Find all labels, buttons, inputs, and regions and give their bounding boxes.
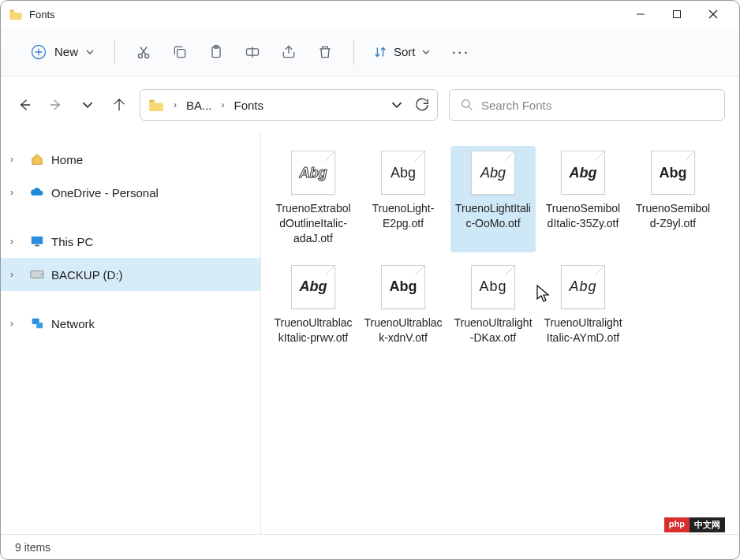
font-file-icon: Abg <box>561 265 605 309</box>
file-label: TruenoUltrablackItalic-prwv.otf <box>274 315 353 345</box>
chevron-down-icon <box>86 48 94 56</box>
font-file-icon: Abg <box>561 151 605 195</box>
file-label: TruenoUltralight-DKax.otf <box>454 315 533 345</box>
sort-button[interactable]: Sort <box>367 40 436 64</box>
window-title: Fonts <box>29 9 55 21</box>
sidebar-item-thispc[interactable]: › This PC <box>1 225 260 258</box>
sort-icon <box>373 45 387 59</box>
svg-line-17 <box>469 106 472 110</box>
font-file-icon: Abg <box>471 265 515 309</box>
thumbnail-glyph: Abg <box>292 151 334 194</box>
breadcrumb-seg[interactable]: BA... <box>186 99 212 112</box>
file-item[interactable]: AbgTruenoUltrablackItalic-prwv.otf <box>271 260 356 352</box>
file-label: TruenoUltrablack-xdnV.otf <box>364 315 443 345</box>
sidebar-item-onedrive[interactable]: › OneDrive - Personal <box>1 176 260 209</box>
sidebar-item-label: This PC <box>51 235 93 248</box>
monitor-icon <box>29 233 45 249</box>
drive-icon <box>29 267 45 282</box>
chevron-right-icon: › <box>10 318 20 329</box>
search-box[interactable] <box>449 89 725 121</box>
refresh-icon[interactable] <box>415 98 429 112</box>
body: › Home › OneDrive - Personal › This PC ›… <box>1 133 739 534</box>
delete-button[interactable] <box>309 36 341 68</box>
forward-button[interactable] <box>47 95 65 114</box>
chevron-right-icon: › <box>10 154 20 165</box>
chevron-right-icon: › <box>10 187 20 198</box>
breadcrumb-seg[interactable]: Fonts <box>234 99 264 112</box>
chevron-down-icon <box>422 48 430 56</box>
content-pane[interactable]: AbgTruenoExtraboldOutlineItalic-adaJ.otf… <box>261 133 739 534</box>
file-label: TruenoSemiboldItalic-35Zy.otf <box>544 201 622 231</box>
font-file-icon: Abg <box>471 151 515 195</box>
share-button[interactable] <box>273 36 305 68</box>
thumbnail-glyph: Abg <box>382 151 424 194</box>
brand-badge: php 中文网 <box>664 517 725 532</box>
svg-point-21 <box>41 274 43 275</box>
file-label: TruenoUltralightItalic-AYmD.otf <box>544 315 622 345</box>
titlebar: Fonts <box>1 1 739 28</box>
svg-rect-19 <box>35 245 39 247</box>
file-item[interactable]: AbgTruenoUltrablack-xdnV.otf <box>361 260 446 352</box>
file-item[interactable]: AbgTruenoLightItalic-OoMo.otf <box>450 146 536 252</box>
separator <box>114 39 115 65</box>
maximize-button[interactable] <box>659 2 695 27</box>
chevron-right-icon[interactable]: › <box>222 99 225 110</box>
sidebar-item-backup[interactable]: › BACKUP (D:) <box>1 258 260 291</box>
thumbnail-glyph: Abg <box>652 151 694 194</box>
copy-button[interactable] <box>164 36 196 68</box>
file-item[interactable]: AbgTruenoUltralightItalic-AYmD.otf <box>540 260 626 352</box>
file-item[interactable]: AbgTruenoSemiboldItalic-35Zy.otf <box>540 146 626 252</box>
chevron-right-icon: › <box>10 269 20 280</box>
chevron-right-icon[interactable]: › <box>174 99 177 110</box>
font-file-icon: Abg <box>381 265 425 309</box>
file-label: TruenoExtraboldOutlineItalic-adaJ.otf <box>274 201 353 246</box>
toolbar: New Sort ··· <box>1 28 739 77</box>
brand-right: 中文网 <box>690 517 725 532</box>
sidebar-item-home[interactable]: › Home <box>1 143 260 176</box>
svg-point-16 <box>462 100 470 108</box>
file-label: TruenoLightItalic-OoMo.otf <box>454 201 533 231</box>
file-label: TruenoSemibold-Z9yl.otf <box>633 201 712 231</box>
file-item[interactable]: AbgTruenoSemibold-Z9yl.otf <box>630 146 716 252</box>
explorer-window: Fonts New Sort ··· <box>0 0 740 560</box>
sort-label: Sort <box>394 45 416 58</box>
svg-rect-11 <box>178 49 185 57</box>
folder-icon <box>9 9 23 20</box>
plus-circle-icon <box>31 44 47 60</box>
status-count: 9 items <box>15 541 50 554</box>
search-input[interactable] <box>481 99 713 112</box>
cut-button[interactable] <box>128 36 159 68</box>
svg-point-7 <box>138 54 142 58</box>
close-button[interactable] <box>695 2 731 27</box>
file-item[interactable]: AbgTruenoUltralight-DKax.otf <box>450 260 536 352</box>
svg-point-8 <box>145 54 149 58</box>
address-actions <box>391 98 429 112</box>
brand-left: php <box>664 517 690 532</box>
back-button[interactable] <box>15 95 34 114</box>
status-bar: 9 items <box>1 534 739 559</box>
file-grid: AbgTruenoExtraboldOutlineItalic-adaJ.otf… <box>271 146 730 351</box>
sidebar-item-label: Network <box>51 317 95 330</box>
network-icon <box>29 315 45 331</box>
chevron-down-icon[interactable] <box>391 99 402 110</box>
sidebar-item-label: OneDrive - Personal <box>51 186 159 200</box>
minimize-button[interactable] <box>622 2 659 27</box>
font-file-icon: Abg <box>381 151 425 195</box>
address-bar[interactable]: › BA... › Fonts <box>140 89 438 121</box>
paste-button[interactable] <box>200 36 232 68</box>
thumbnail-glyph: Abg <box>562 266 604 308</box>
home-icon <box>29 151 45 167</box>
title-controls <box>622 2 731 27</box>
sidebar-item-label: Home <box>51 153 83 166</box>
rename-button[interactable] <box>237 36 268 68</box>
file-item[interactable]: AbgTruenoLight-E2pg.otf <box>361 146 446 252</box>
more-button[interactable]: ··· <box>452 43 470 61</box>
new-button[interactable]: New <box>23 39 102 65</box>
svg-rect-1 <box>674 11 681 18</box>
sidebar-item-network[interactable]: › Network <box>1 307 260 340</box>
recent-button[interactable] <box>78 95 97 114</box>
up-button[interactable] <box>110 95 129 114</box>
nav-row: › BA... › Fonts <box>1 77 739 133</box>
thumbnail-glyph: Abg <box>472 151 514 194</box>
file-item[interactable]: AbgTruenoExtraboldOutlineItalic-adaJ.otf <box>271 146 356 252</box>
